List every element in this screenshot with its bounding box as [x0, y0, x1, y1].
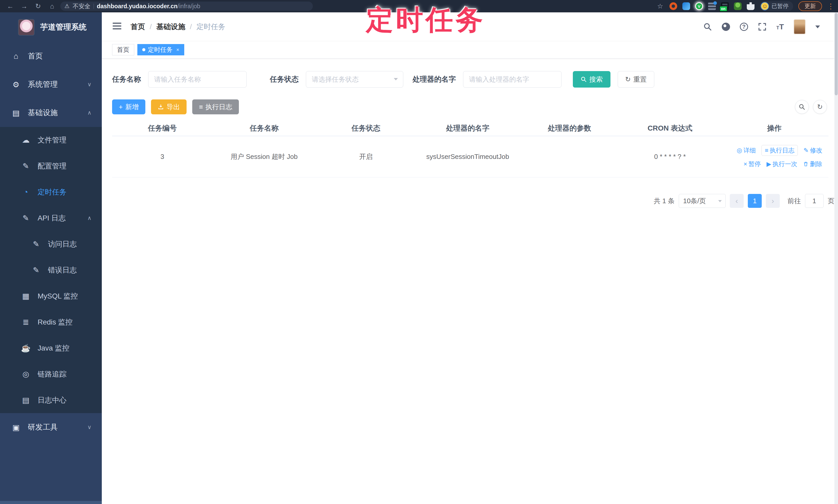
fullscreen-icon[interactable] — [758, 22, 767, 31]
sidebar-item-java-monitor[interactable]: ☕ Java 监控 — [0, 335, 102, 361]
refresh-table-button[interactable]: ↻ — [813, 100, 827, 114]
sidebar-item-label: Redis 监控 — [38, 317, 72, 327]
row-exec-log-link[interactable]: ≡ 执行日志 — [762, 145, 798, 156]
cell-job-id: 3 — [112, 136, 213, 177]
sidebar-item-access-log[interactable]: ✎ 访问日志 — [0, 231, 102, 257]
sidebar-item-label: 链路追踪 — [38, 369, 67, 379]
sidebar-item-system-mgmt[interactable]: ⚙ 系统管理 ∨ — [0, 70, 102, 98]
list-line — [722, 4, 728, 5]
sidebar-item-log-center[interactable]: ▤ 日志中心 — [0, 387, 102, 413]
delete-link[interactable]: 删除 — [803, 160, 822, 168]
job-name-input[interactable] — [148, 71, 247, 88]
extension-icon-blue[interactable] — [682, 2, 690, 10]
pause-link[interactable]: × 暂停 — [744, 160, 761, 168]
browser-toolbar: ← → ↻ ⌂ ⚠ 不安全 dashboard.yudao.iocoder.cn… — [0, 0, 838, 12]
chevron-down-icon — [394, 78, 398, 80]
extension-icon-grid[interactable] — [708, 2, 716, 10]
address-bar[interactable]: ⚠ 不安全 dashboard.yudao.iocoder.cn/infra/j… — [60, 2, 313, 11]
table-toolbar: + 新增 导出 ≡ 执行日志 — [112, 99, 239, 114]
sidebar-item-config-mgmt[interactable]: ✎ 配置管理 — [0, 153, 102, 179]
url-divider — [93, 4, 94, 9]
close-tab-icon[interactable]: × — [176, 47, 179, 53]
pagination: 共 1 条 10条/页 ‹ 1 › 前往 页 — [654, 194, 834, 208]
modify-link[interactable]: ✎ 修改 — [803, 146, 822, 155]
collapse-sidebar-icon[interactable] — [112, 23, 121, 30]
sidebar-item-scheduled-jobs[interactable]: ◔ 定时任务 — [0, 179, 102, 205]
prev-page-button[interactable]: ‹ — [730, 194, 744, 208]
extensions-puzzle-icon[interactable] — [747, 2, 754, 10]
current-page-button[interactable]: 1 — [748, 194, 762, 208]
browser-forward-icon[interactable]: → — [19, 2, 30, 10]
handler-name-label: 处理器的名字 — [413, 74, 456, 84]
user-avatar[interactable] — [794, 19, 805, 34]
tab-home[interactable]: 首页 — [112, 44, 134, 55]
browser-back-icon[interactable]: ← — [5, 2, 16, 10]
profile-paused-label: 已暂停 — [771, 2, 788, 10]
col-job-status: 任务状态 — [316, 121, 416, 136]
sidebar-item-api-log[interactable]: ✎ API 日志 ∧ — [0, 205, 102, 231]
extension-icon-plant[interactable] — [734, 2, 741, 10]
sidebar-item-dev-tools[interactable]: ▣ 研发工具 ∨ — [0, 413, 102, 442]
window-scrollbar[interactable] — [834, 12, 838, 504]
export-button[interactable]: 导出 — [151, 100, 187, 114]
profile-paused-chip[interactable]: ☺ 已暂停 — [760, 1, 793, 11]
next-page-button[interactable]: › — [766, 194, 780, 208]
browser-reload-icon[interactable]: ↻ — [33, 2, 44, 10]
sidebar-item-infrastructure[interactable]: ▤ 基础设施 ∧ — [0, 98, 102, 127]
app-logo-row[interactable]: 芋道管理系统 — [0, 12, 102, 42]
extension-icon-orange[interactable] — [669, 2, 677, 10]
col-handler-params: 处理器的参数 — [519, 121, 620, 136]
chevron-down-icon — [718, 200, 722, 202]
exec-log-button[interactable]: ≡ 执行日志 — [192, 100, 239, 114]
goto-page-input[interactable] — [805, 194, 824, 208]
cell-handler-name: sysUserSessionTimeoutJob — [416, 136, 519, 177]
cell-cron: 0 * * * * ? * — [620, 136, 720, 177]
browser-home-icon[interactable]: ⌂ — [46, 2, 58, 10]
exec-log-button-label: 执行日志 — [205, 103, 232, 111]
tab-label: 定时任务 — [148, 46, 173, 54]
sidebar-submenu-infrastructure: ☁ 文件管理 ✎ 配置管理 ◔ 定时任务 ✎ API 日志 ∧ ✎ 访问日志 ✎… — [0, 127, 102, 413]
sidebar-item-home[interactable]: ⌂ 首页 — [0, 42, 102, 70]
app-title: 芋道管理系统 — [40, 22, 87, 33]
pencil-icon: ✎ — [803, 147, 809, 154]
security-label: 不安全 — [73, 2, 90, 10]
bookmark-star-icon[interactable]: ☆ — [656, 2, 664, 10]
browser-update-button[interactable]: 更新 — [798, 1, 822, 11]
job-status-select[interactable]: 请选择任务状态 — [306, 71, 403, 88]
browser-menu-icon[interactable]: ⋮ — [827, 2, 833, 11]
scrollbar-thumb[interactable] — [835, 13, 838, 95]
sidebar-item-file-mgmt[interactable]: ☁ 文件管理 — [0, 127, 102, 153]
breadcrumb-home[interactable]: 首页 — [130, 22, 145, 32]
handler-name-input[interactable] — [463, 71, 561, 88]
breadcrumb-infrastructure[interactable]: 基础设施 — [156, 22, 185, 32]
tab-scheduled-jobs[interactable]: 定时任务 × — [137, 44, 184, 55]
help-icon[interactable]: ? — [740, 23, 748, 31]
page-size-select[interactable]: 10条/页 — [679, 194, 726, 208]
extension-icon-list[interactable]: on — [721, 2, 729, 10]
cell-job-status: 开启 — [316, 136, 416, 177]
chevron-down-icon: ∨ — [87, 424, 91, 431]
sidebar-item-mysql-monitor[interactable]: ▦ MySQL 监控 — [0, 283, 102, 309]
sidebar-item-trace[interactable]: ◎ 链路追踪 — [0, 361, 102, 387]
toggle-search-button[interactable] — [795, 100, 809, 114]
extension-green-check: V — [696, 3, 702, 9]
filter-form: 任务名称 任务状态 请选择任务状态 处理器的名字 搜索 ↻ 重置 — [112, 71, 654, 88]
edit-icon: ✎ — [21, 161, 31, 170]
github-icon[interactable] — [722, 23, 730, 31]
infrastructure-icon: ▤ — [11, 108, 21, 118]
java-icon: ☕ — [21, 344, 31, 353]
search-icon[interactable] — [703, 22, 712, 31]
extension-icon-green[interactable]: V — [695, 2, 703, 10]
detail-link[interactable]: ◎ 详细 — [737, 146, 756, 155]
add-button[interactable]: + 新增 — [112, 100, 145, 114]
cloud-upload-icon: ☁ — [21, 136, 31, 144]
security-warning-icon[interactable]: ⚠ — [65, 3, 70, 10]
sidebar-item-redis-monitor[interactable]: ≣ Redis 监控 — [0, 309, 102, 335]
reset-button[interactable]: ↻ 重置 — [618, 71, 654, 88]
run-once-link[interactable]: ▶ 执行一次 — [767, 160, 797, 168]
avatar-dropdown-caret[interactable] — [815, 25, 820, 28]
detail-link-label: 详细 — [744, 146, 756, 155]
sidebar-item-error-log[interactable]: ✎ 错误日志 — [0, 257, 102, 283]
search-button[interactable]: 搜索 — [573, 71, 610, 88]
font-size-icon[interactable]: TT — [776, 22, 784, 31]
